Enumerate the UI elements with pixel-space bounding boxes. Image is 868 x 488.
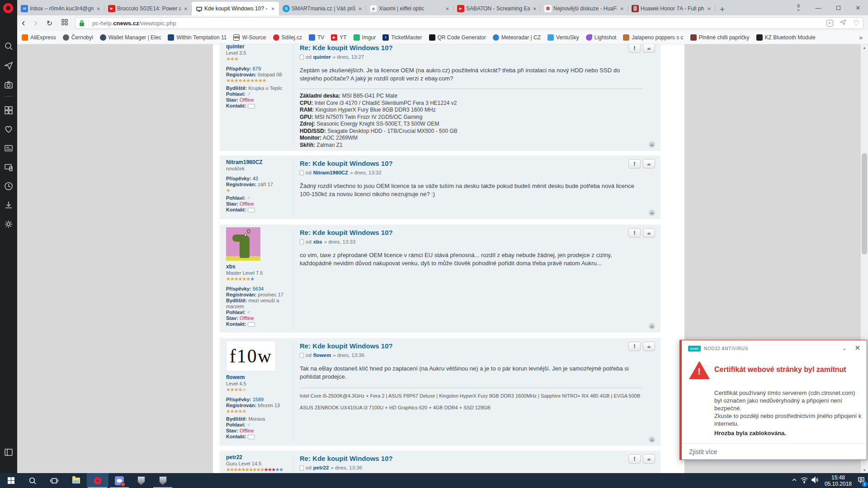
user-avatar[interactable]: f10w: [226, 341, 276, 371]
sidebar-panel-toggle-icon[interactable]: [4, 447, 14, 457]
bookmark-ticketmaster[interactable]: tTicketMaster: [382, 34, 422, 41]
notification-close-icon[interactable]: ✕: [854, 344, 860, 352]
username-link[interactable]: petr22: [226, 454, 291, 461]
tab-close-icon[interactable]: ✕: [444, 5, 451, 12]
send-to-flow-icon[interactable]: [840, 19, 847, 28]
post-title-link[interactable]: Re: Kde koupit Windows 10?: [300, 342, 642, 350]
bookmark-w-source[interactable]: WSW-Source: [233, 34, 266, 41]
search-tabs-icon[interactable]: [4, 42, 14, 52]
username-link[interactable]: xbs: [226, 263, 291, 270]
post-title-link[interactable]: Re: Kde koupit Windows 10?: [300, 228, 642, 237]
tab-close-icon[interactable]: ✕: [357, 5, 363, 12]
back-to-top-button[interactable]: [649, 436, 655, 443]
quote-button[interactable]: “: [643, 159, 655, 169]
report-button[interactable]: !: [628, 454, 641, 464]
tab-menu-icon[interactable]: ≡⌄: [788, 5, 808, 11]
tab-inbox[interactable]: ✉ Inbox – r0m4n.kuc3r4@gm ✕: [17, 2, 104, 15]
post-title-link[interactable]: Re: Kde koupit Windows 10?: [300, 454, 642, 463]
bookmark-sdilej[interactable]: Sdílej.cz: [273, 34, 302, 41]
bookmark-yt[interactable]: ▶YT: [331, 34, 346, 41]
tab-xiaomi[interactable]: e Xiaomi | eiffel optic ✕: [366, 2, 453, 15]
tab-forum-active[interactable]: Kde koupit Windows 10? - ✕: [192, 2, 279, 15]
new-tab-button[interactable]: +: [715, 5, 729, 15]
bookmark-wallet-manager[interactable]: Wallet Manager | Elec: [100, 34, 161, 41]
quote-button[interactable]: “: [643, 454, 655, 464]
bookmark-tv[interactable]: TV: [309, 34, 324, 41]
pm-icon[interactable]: [248, 435, 255, 439]
post-title-link[interactable]: Re: Kde koupit Windows 10?: [300, 159, 642, 168]
speaker-icon[interactable]: [811, 476, 819, 485]
post-title-link[interactable]: Re: Kde koupit Windows 10?: [300, 44, 642, 52]
back-to-top-button[interactable]: [649, 323, 655, 329]
window-close-icon[interactable]: ✕: [848, 5, 868, 11]
quote-button[interactable]: “: [643, 342, 655, 351]
pm-icon[interactable]: [248, 208, 255, 212]
back-icon[interactable]: ‹: [17, 18, 29, 28]
history-clock-icon[interactable]: [4, 181, 14, 191]
tab-close-icon[interactable]: ✕: [183, 5, 189, 12]
padlock-icon[interactable]: [79, 20, 85, 27]
bookmark-ventusky[interactable]: VentuSky: [547, 34, 579, 41]
reload-icon[interactable]: ↻: [42, 19, 57, 28]
bookmark-chilli[interactable]: Plněné chilli papričky: [690, 34, 750, 41]
wot-taskbar-button-2[interactable]: [152, 473, 174, 488]
settings-gear-icon[interactable]: [4, 219, 14, 229]
bookmark-aliexpress[interactable]: AliExpress: [22, 34, 56, 41]
tab-youtube-broccolo[interactable]: ▶ Broccolo S02E14: Power an ✕: [104, 2, 192, 15]
speed-dial-icon[interactable]: [4, 105, 14, 115]
tab-youtube-sabaton[interactable]: ▶ SABATON - Screaming Eag ✕: [453, 2, 541, 15]
author-link[interactable]: Nitram1980CZ: [313, 169, 348, 176]
taskbar-search-button[interactable]: [22, 473, 43, 488]
quote-button[interactable]: “: [643, 228, 655, 238]
user-avatar[interactable]: [226, 227, 260, 261]
bookmark-qr-generator[interactable]: QR Code Generator: [429, 34, 486, 41]
url-field[interactable]: pc-help.cnews.cz/viewtopic.php ✕ ♡: [75, 17, 863, 29]
username-link[interactable]: flowem: [226, 374, 291, 381]
start-button[interactable]: [0, 473, 22, 488]
author-link[interactable]: flowem: [313, 352, 331, 358]
opera-logo-icon[interactable]: [3, 3, 13, 13]
discord-taskbar-button[interactable]: [108, 473, 130, 488]
maximize-icon[interactable]: [828, 5, 848, 11]
bookmarks-heart-icon[interactable]: [4, 124, 14, 134]
opera-taskbar-button[interactable]: [87, 473, 108, 488]
blocked-badge-icon[interactable]: ✕: [826, 20, 833, 27]
tab-close-icon[interactable]: ✕: [532, 5, 538, 12]
tray-chevron-icon[interactable]: [791, 477, 797, 485]
bookmark-within-temptation[interactable]: Within Temptation 11: [168, 34, 226, 41]
forward-icon[interactable]: ›: [29, 18, 42, 28]
snapshot-camera-icon[interactable]: [4, 80, 14, 90]
pm-icon[interactable]: [248, 322, 255, 327]
username-link[interactable]: Nitram1980CZ: [226, 159, 291, 166]
bookmark-heart-icon[interactable]: ♡: [853, 19, 859, 28]
bookmark-cernobyl[interactable]: Černobyl: [63, 34, 93, 41]
report-button[interactable]: !: [628, 44, 641, 53]
bookmark-kz-bluetooth[interactable]: KZ Bluetooth Module: [756, 34, 816, 41]
action-center-button[interactable]: 1: [857, 476, 865, 485]
devices-icon[interactable]: [4, 162, 14, 172]
wot-taskbar-button-1[interactable]: [130, 473, 152, 488]
downloads-icon[interactable]: [4, 200, 14, 210]
personal-news-icon[interactable]: [4, 143, 14, 153]
back-to-top-button[interactable]: [649, 210, 655, 216]
tab-huawei-diskuze[interactable]: ✽ Nejnovější diskuze - HuaFa ✕: [541, 2, 628, 15]
report-button[interactable]: !: [628, 342, 641, 351]
back-to-top-button[interactable]: [649, 141, 655, 148]
file-explorer-button[interactable]: [65, 473, 87, 488]
collapse-chevron-icon[interactable]: ⌄: [842, 345, 847, 352]
bookmarks-overflow-chevron[interactable]: »: [859, 34, 868, 41]
taskbar-clock[interactable]: 15:4805.10.2018: [822, 474, 854, 487]
scrollbar-thumb[interactable]: [862, 153, 867, 254]
tab-smartmania[interactable]: S SMARTmania.cz | Váš průvo ✕: [279, 2, 366, 15]
bookmark-lightshot[interactable]: Lightshot: [586, 34, 617, 41]
report-button[interactable]: !: [628, 228, 641, 238]
tab-honor-7a[interactable]: Huawei Honor 7A - Full ph ✕: [628, 2, 715, 15]
scroll-down-icon[interactable]: ▼: [861, 467, 868, 473]
bookmark-meteoradar[interactable]: Meteoradar | CZ: [493, 34, 541, 41]
task-view-button[interactable]: [43, 473, 65, 488]
author-link[interactable]: quinter: [313, 54, 331, 60]
quote-button[interactable]: “: [643, 44, 655, 53]
tab-close-icon[interactable]: ✕: [270, 5, 276, 12]
learn-more-link[interactable]: Zjistit více: [689, 448, 717, 455]
minimize-icon[interactable]: —: [808, 5, 828, 11]
